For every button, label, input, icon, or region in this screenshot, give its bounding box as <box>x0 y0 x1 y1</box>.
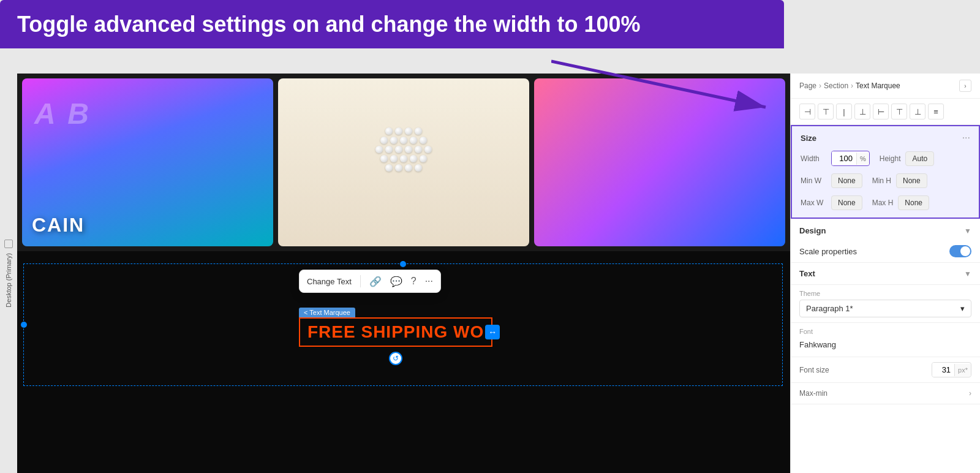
design-title: Design <box>799 226 826 235</box>
instruction-banner: Toggle advanced settings on and change t… <box>0 0 784 48</box>
font-size-input[interactable] <box>932 363 954 377</box>
banner-text: Toggle advanced settings on and change t… <box>17 12 640 37</box>
panel-header: Page › Section › Text Marquee › <box>791 74 980 99</box>
alignment-toolbar: ⊣ ⊤ | ⊥ ⊢ ⊤ ⊥ ≡ <box>791 99 980 125</box>
distribute-v-btn[interactable]: ≡ <box>928 104 944 119</box>
theme-label: Theme <box>799 290 971 297</box>
align-top-btn[interactable]: | <box>836 104 852 119</box>
change-text-button[interactable]: Change Text <box>307 277 352 286</box>
font-size-section: Font size px* <box>791 357 980 382</box>
panel-expand-button[interactable]: › <box>959 80 971 92</box>
theme-value: Paragraph 1* <box>806 304 853 313</box>
text-marquee-wrapper[interactable]: < Text Marquee FREE SHIPPING WO ↔ ↺ <box>299 306 492 347</box>
width-label: Width <box>801 154 826 163</box>
comment-icon[interactable]: 💬 <box>390 276 402 287</box>
scale-properties-row: Scale properties <box>791 240 980 262</box>
width-unit: % <box>856 153 869 165</box>
size-section-title: Size <box>801 134 816 143</box>
font-size-unit: px* <box>954 364 971 376</box>
min-h-value: None <box>896 173 927 188</box>
text-label: Text <box>799 269 815 278</box>
height-value: Auto <box>905 151 934 166</box>
theme-chevron: ▾ <box>960 304 965 313</box>
theme-section: Theme Paragraph 1* ▾ <box>791 284 980 322</box>
width-input-wrap[interactable]: % <box>831 151 870 166</box>
min-row: Min W None Min H None <box>792 171 979 191</box>
height-label: Height <box>875 154 901 163</box>
scale-label: Scale properties <box>799 247 857 256</box>
pearl-decoration <box>375 127 432 172</box>
toolbar-divider-1 <box>360 275 361 287</box>
scale-toggle[interactable] <box>949 245 971 257</box>
text-collapse-row[interactable]: Text ▼ <box>791 262 980 284</box>
font-size-input-wrap[interactable]: px* <box>932 362 971 377</box>
width-height-row: Width % Height Auto <box>792 148 979 168</box>
text-marquee-content[interactable]: FREE SHIPPING WO ↔ <box>299 317 492 347</box>
breadcrumb-page: Page <box>799 81 816 90</box>
max-w-label: Max W <box>801 199 826 207</box>
breadcrumb-section: Section <box>824 81 848 90</box>
toolbar-popup: Change Text 🔗 💬 ? ··· <box>299 270 441 293</box>
size-section-header: Size ··· <box>792 126 979 148</box>
right-panel: Page › Section › Text Marquee › ⊣ ⊤ | ⊥ … <box>790 74 980 473</box>
font-section: Font Fahkwang <box>791 322 980 357</box>
marquee-text: FREE SHIPPING WO <box>307 322 484 341</box>
max-min-row[interactable]: Max-min › <box>791 382 980 404</box>
distribute-h-btn[interactable]: ⊥ <box>910 104 925 119</box>
text-chevron: ▼ <box>964 270 971 278</box>
align-right-btn[interactable]: ⊤ <box>891 104 907 119</box>
size-section: Size ··· Width % Height Auto Min W None … <box>791 125 980 219</box>
max-h-value: None <box>898 195 929 210</box>
design-section: Design ▼ Scale properties Text ▼ Theme P… <box>791 219 980 404</box>
max-row: Max W None Max H None <box>792 193 979 213</box>
help-icon[interactable]: ? <box>411 276 417 287</box>
max-h-label: Max H <box>867 199 894 207</box>
breadcrumb-current: Text Marquee <box>856 81 900 90</box>
font-value[interactable]: Fahkwang <box>799 338 971 352</box>
design-section-header[interactable]: Design ▼ <box>791 219 980 240</box>
text-marquee-label: < Text Marquee <box>299 308 355 317</box>
align-middle-btn[interactable]: ⊥ <box>854 104 870 119</box>
sidebar-label: Desktop (Primary) <box>5 253 12 308</box>
gallery-section: CAIN <box>17 74 790 251</box>
max-min-label: Max-min <box>799 389 827 398</box>
max-w-value: None <box>831 195 862 210</box>
more-options-icon[interactable]: ··· <box>425 276 433 287</box>
rotate-handle[interactable]: ↺ <box>389 352 402 365</box>
photo-card-1: CAIN <box>22 78 273 246</box>
min-h-label: Min H <box>867 176 891 185</box>
left-sidebar: Desktop (Primary) <box>0 74 17 473</box>
align-left-btn[interactable]: ⊣ <box>799 104 815 119</box>
card1-label: CAIN <box>32 214 85 236</box>
design-chevron: ▼ <box>964 227 971 235</box>
canvas: CAIN <box>17 74 790 473</box>
font-label: Font <box>799 328 971 335</box>
resize-handle-right[interactable]: ↔ <box>485 325 500 339</box>
photo-card-3 <box>534 78 785 246</box>
sidebar-checkbox[interactable] <box>4 240 13 248</box>
max-min-chevron: › <box>969 389 971 398</box>
font-size-label: Font size <box>799 366 829 374</box>
align-bottom-btn[interactable]: ⊢ <box>873 104 889 119</box>
min-w-label: Min W <box>801 176 826 185</box>
photo-card-2 <box>278 78 529 246</box>
min-w-value: None <box>831 173 862 188</box>
align-center-h-btn[interactable]: ⊤ <box>818 104 834 119</box>
breadcrumb: Page › Section › Text Marquee <box>799 81 900 90</box>
link-icon[interactable]: 🔗 <box>369 276 382 287</box>
theme-select[interactable]: Paragraph 1* ▾ <box>799 300 971 317</box>
size-section-menu[interactable]: ··· <box>962 132 970 143</box>
width-input[interactable] <box>832 151 856 165</box>
